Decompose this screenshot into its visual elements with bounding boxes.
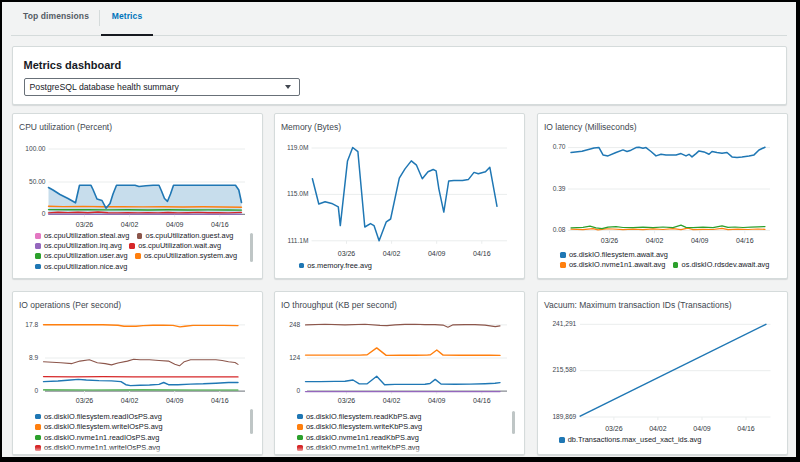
svg-text:189,869: 189,869: [552, 413, 576, 420]
svg-text:03/26: 03/26: [75, 221, 93, 228]
svg-text:04/16: 04/16: [736, 237, 754, 244]
svg-text:0: 0: [34, 387, 38, 394]
svg-text:124: 124: [289, 354, 300, 361]
svg-text:100.00: 100.00: [25, 145, 46, 152]
svg-text:03/26: 03/26: [600, 237, 618, 244]
svg-text:04/16: 04/16: [473, 250, 491, 257]
svg-text:0.08: 0.08: [552, 226, 565, 233]
svg-text:111.1M: 111.1M: [287, 237, 308, 244]
svg-text:119.0M: 119.0M: [286, 144, 308, 151]
svg-text:03/26: 03/26: [337, 250, 355, 257]
svg-text:04/02: 04/02: [120, 221, 138, 228]
svg-text:0: 0: [41, 210, 45, 217]
svg-text:0: 0: [296, 387, 300, 394]
svg-text:04/16: 04/16: [473, 397, 491, 404]
svg-text:04/09: 04/09: [427, 250, 445, 257]
svg-text:04/02: 04/02: [645, 237, 663, 244]
svg-text:8.9: 8.9: [29, 354, 38, 361]
svg-text:04/02: 04/02: [382, 397, 400, 404]
svg-text:04/02: 04/02: [382, 250, 400, 257]
svg-text:241,291: 241,291: [552, 320, 576, 327]
svg-text:0.70: 0.70: [552, 143, 565, 150]
svg-text:04/16: 04/16: [737, 425, 755, 432]
svg-text:04/16: 04/16: [211, 221, 229, 228]
svg-text:03/26: 03/26: [337, 397, 355, 404]
svg-text:04/02: 04/02: [649, 425, 667, 432]
svg-text:03/26: 03/26: [75, 397, 93, 404]
svg-text:215,580: 215,580: [552, 366, 576, 373]
svg-text:17.8: 17.8: [25, 321, 38, 328]
svg-text:0.39: 0.39: [552, 185, 565, 192]
svg-text:04/09: 04/09: [165, 397, 183, 404]
svg-text:04/09: 04/09: [165, 221, 183, 228]
svg-text:248: 248: [289, 321, 300, 328]
svg-text:04/02: 04/02: [120, 397, 138, 404]
svg-text:04/09: 04/09: [690, 237, 708, 244]
svg-text:50.00: 50.00: [28, 178, 45, 185]
svg-text:04/09: 04/09: [427, 397, 445, 404]
svg-text:03/26: 03/26: [605, 425, 623, 432]
svg-text:04/09: 04/09: [693, 425, 711, 432]
svg-text:115.0M: 115.0M: [286, 190, 308, 197]
svg-text:04/16: 04/16: [211, 397, 229, 404]
